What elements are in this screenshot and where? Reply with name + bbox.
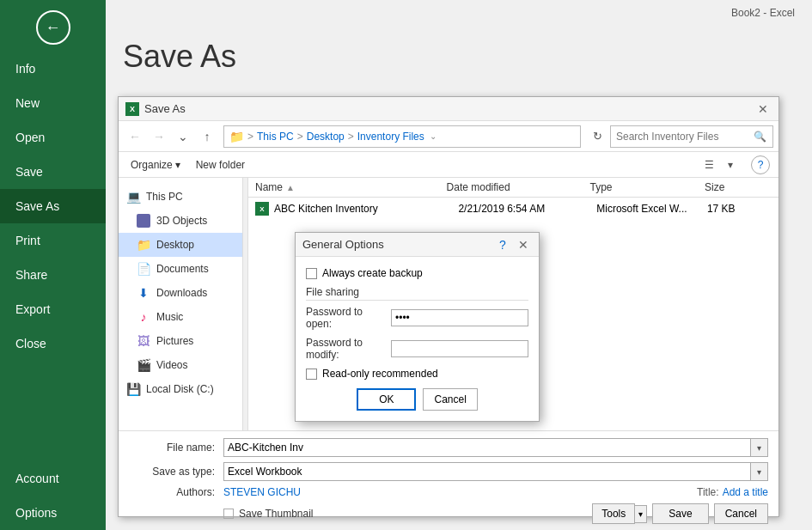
sidebar-item-save[interactable]: Save xyxy=(0,155,106,189)
sidebar-item-save-as[interactable]: Save As xyxy=(0,189,106,223)
nav-panel: 💻 This PC 3D Objects 📁 Desktop xyxy=(119,178,243,456)
go-close-button[interactable]: ✕ xyxy=(515,236,532,253)
pictures-icon: 🖼 xyxy=(136,333,151,349)
excel-icon: X xyxy=(125,102,139,116)
sidebar-item-print[interactable]: Print xyxy=(0,223,106,258)
dialog-close-button[interactable]: ✕ xyxy=(754,101,772,118)
sidebar-item-close[interactable]: Close xyxy=(0,326,106,361)
always-backup-checkbox[interactable] xyxy=(306,268,317,279)
go-cancel-button[interactable]: Cancel xyxy=(423,388,477,411)
dialog-titlebar: X Save As ✕ xyxy=(119,97,778,121)
cancel-button[interactable]: Cancel xyxy=(714,503,768,524)
file-sharing-label: File sharing xyxy=(306,286,528,301)
thumbnail-label: Save Thumbnail xyxy=(239,508,314,520)
folder-icon: 📁 xyxy=(229,130,244,143)
password-open-label: Password to open: xyxy=(306,306,391,330)
downloads-icon: ⬇ xyxy=(136,285,151,301)
filename-row: File name: ▾ xyxy=(129,438,768,457)
table-row[interactable]: X ABC Kitchen Inventory 2/21/2019 6:54 A… xyxy=(248,198,778,220)
savetype-row: Save as type: ▾ xyxy=(129,462,768,481)
readonly-label: Read-only recommended xyxy=(322,368,438,380)
nav-documents[interactable]: 📄 Documents xyxy=(119,257,242,281)
thumbnail-row: Save Thumbnail Tools ▾ Save Cancel xyxy=(129,503,768,524)
go-help-button[interactable]: ? xyxy=(494,236,511,253)
nav-dropdown-button[interactable]: ⌄ xyxy=(172,125,194,148)
dialog-title: Save As xyxy=(144,102,754,115)
savetype-dropdown[interactable]: ▾ xyxy=(751,462,768,481)
page-title: Save As xyxy=(123,39,236,75)
go-ok-button[interactable]: OK xyxy=(357,388,416,411)
organize-button[interactable]: Organize ▾ xyxy=(127,157,184,173)
sidebar-item-share[interactable]: Share xyxy=(0,258,106,292)
sidebar-item-export[interactable]: Export xyxy=(0,292,106,326)
file-type: Microsoft Excel W... xyxy=(596,203,707,215)
nav-thispc[interactable]: 💻 This PC xyxy=(119,185,242,209)
breadcrumb-inventory[interactable]: Inventory Files xyxy=(357,131,424,143)
nav-up-button[interactable]: ↑ xyxy=(196,125,218,148)
sidebar-item-new[interactable]: New xyxy=(0,86,106,120)
filename-dropdown[interactable]: ▾ xyxy=(751,438,768,457)
readonly-row: Read-only recommended xyxy=(306,368,528,380)
search-input[interactable] xyxy=(616,131,754,143)
save-button[interactable]: Save xyxy=(652,503,708,524)
title-value[interactable]: Add a title xyxy=(723,486,768,498)
password-modify-label: Password to modify: xyxy=(306,337,391,361)
authors-label: Authors: xyxy=(129,486,223,498)
search-box: 🔍 xyxy=(610,125,773,148)
nav-forward-button[interactable]: → xyxy=(148,125,170,148)
sidebar-item-open[interactable]: Open xyxy=(0,120,106,155)
file-size: 17 KB xyxy=(707,203,772,215)
thispc-icon: 💻 xyxy=(125,189,141,204)
sort-arrow: ▲ xyxy=(286,183,295,192)
3dobjects-icon xyxy=(136,213,151,228)
tools-arrow-button[interactable]: ▾ xyxy=(635,505,647,523)
search-icon: 🔍 xyxy=(754,131,766,143)
tools-button-group: Tools ▾ xyxy=(592,503,647,524)
save-thumbnail-row: Save Thumbnail xyxy=(223,508,314,520)
filename-label: File name: xyxy=(129,442,223,454)
back-button[interactable]: ← xyxy=(36,10,70,45)
password-modify-input[interactable] xyxy=(391,340,528,357)
refresh-button[interactable]: ↻ xyxy=(586,125,608,148)
thumbnail-checkbox[interactable] xyxy=(223,509,234,519)
breadcrumb-desktop[interactable]: Desktop xyxy=(307,131,345,143)
nav-localdisk[interactable]: 💾 Local Disk (C:) xyxy=(119,377,242,401)
new-folder-button[interactable]: New folder xyxy=(191,157,250,173)
music-icon: ♪ xyxy=(136,309,151,325)
breadcrumb-thispc[interactable]: This PC xyxy=(257,131,294,143)
go-action-row: OK Cancel xyxy=(306,388,528,411)
password-open-row: Password to open: xyxy=(306,306,528,330)
nav-3dobjects[interactable]: 3D Objects xyxy=(119,209,242,233)
readonly-checkbox[interactable] xyxy=(306,369,317,380)
sidebar-item-options[interactable]: Options xyxy=(0,496,106,530)
password-open-input[interactable] xyxy=(391,309,528,326)
nav-pictures[interactable]: 🖼 Pictures xyxy=(119,329,242,353)
savetype-input[interactable] xyxy=(223,462,751,481)
help-button[interactable]: ? xyxy=(751,155,770,174)
go-body: Always create backup File sharing Passwo… xyxy=(296,257,539,421)
always-backup-row: Always create backup xyxy=(306,267,528,279)
col-date-header[interactable]: Date modified xyxy=(447,181,590,193)
nav-videos[interactable]: 🎬 Videos xyxy=(119,353,242,377)
col-type-header[interactable]: Type xyxy=(590,181,705,193)
col-name-header[interactable]: Name ▲ xyxy=(255,181,447,193)
documents-icon: 📄 xyxy=(136,261,151,277)
nav-music[interactable]: ♪ Music xyxy=(119,305,242,329)
address-toolbar: ← → ⌄ ↑ 📁 > This PC > Desktop > Inventor… xyxy=(119,121,778,152)
filename-input[interactable] xyxy=(223,438,751,457)
hdd-icon: 💾 xyxy=(125,381,141,397)
nav-downloads[interactable]: ⬇ Downloads xyxy=(119,281,242,305)
file-list-header: Name ▲ Date modified Type Size xyxy=(248,178,778,198)
nav-desktop[interactable]: 📁 Desktop xyxy=(119,233,242,257)
col-size-header[interactable]: Size xyxy=(705,181,772,193)
savetype-label: Save as type: xyxy=(129,466,223,478)
address-bar[interactable]: 📁 > This PC > Desktop > Inventory Files … xyxy=(223,125,581,148)
title-label: Title: xyxy=(697,486,719,498)
tools-main-button[interactable]: Tools xyxy=(592,503,635,524)
view-dropdown-button[interactable]: ▾ xyxy=(720,155,741,174)
videos-icon: 🎬 xyxy=(136,357,151,373)
sidebar-item-account[interactable]: Account xyxy=(0,461,106,496)
nav-back-button[interactable]: ← xyxy=(124,125,146,148)
view-list-button[interactable]: ☰ xyxy=(699,155,719,174)
sidebar-item-info[interactable]: Info xyxy=(0,52,106,86)
